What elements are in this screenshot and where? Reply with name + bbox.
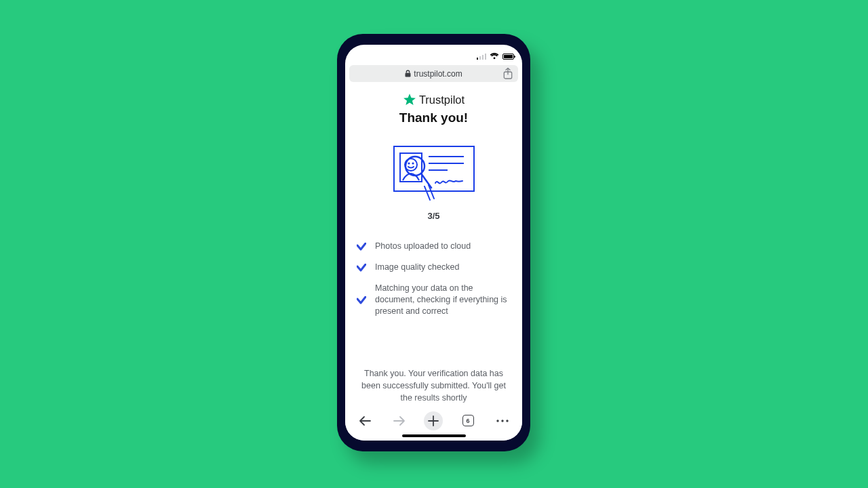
list-item: Photos uploaded to cloud [355, 236, 513, 257]
brand-name: Trustpilot [419, 94, 465, 106]
progress-list: Photos uploaded to cloud Image quality c… [355, 236, 513, 321]
list-item-label: Matching your data on the document, chec… [375, 283, 511, 317]
svg-point-18 [496, 420, 498, 422]
step-counter: 3/5 [355, 211, 513, 221]
check-icon [356, 241, 367, 252]
plus-icon [428, 415, 439, 426]
forward-button[interactable] [390, 411, 409, 430]
svg-rect-3 [485, 54, 486, 60]
check-icon [356, 283, 367, 317]
verification-illustration [393, 146, 475, 201]
lock-icon [405, 70, 411, 77]
list-item: Image quality checked [355, 257, 513, 278]
status-bar [345, 45, 522, 61]
svg-point-20 [506, 420, 508, 422]
list-item-label: Photos uploaded to cloud [375, 241, 471, 252]
page-content: Trustpilot Thank you! 3/5 [345, 82, 522, 441]
svg-point-10 [412, 162, 414, 164]
phone-frame: trustpilot.com Trustpilot Thank you! [337, 34, 530, 451]
cellular-signal-icon [477, 54, 486, 60]
new-tab-button[interactable] [424, 411, 443, 430]
svg-rect-1 [479, 56, 481, 60]
more-horizontal-icon [496, 420, 509, 422]
svg-line-16 [425, 186, 430, 200]
footer-message: Thank you. Your verification data has be… [355, 367, 513, 404]
svg-rect-2 [482, 55, 484, 60]
tabs-count: 6 [462, 415, 474, 426]
star-icon [403, 93, 416, 106]
svg-rect-0 [477, 58, 478, 60]
wifi-icon [490, 53, 499, 60]
list-item: Matching your data on the document, chec… [355, 278, 513, 322]
arrow-left-icon [359, 415, 371, 426]
svg-point-19 [501, 420, 503, 422]
back-button[interactable] [355, 411, 374, 430]
svg-rect-4 [406, 73, 411, 77]
arrow-right-icon [393, 415, 406, 426]
list-item-label: Image quality checked [375, 262, 459, 273]
page-title: Thank you! [355, 110, 513, 125]
phone-screen: trustpilot.com Trustpilot Thank you! [345, 45, 522, 441]
tabs-button[interactable]: 6 [458, 411, 477, 430]
svg-line-15 [421, 174, 431, 188]
url-host: trustpilot.com [414, 69, 462, 79]
battery-icon [502, 54, 514, 60]
home-indicator[interactable] [402, 434, 466, 437]
more-button[interactable] [493, 411, 512, 430]
brand-logo: Trustpilot [355, 93, 513, 106]
check-icon [356, 262, 367, 273]
share-icon[interactable] [503, 68, 513, 79]
svg-point-9 [408, 162, 410, 164]
browser-address-bar[interactable]: trustpilot.com [349, 65, 518, 82]
